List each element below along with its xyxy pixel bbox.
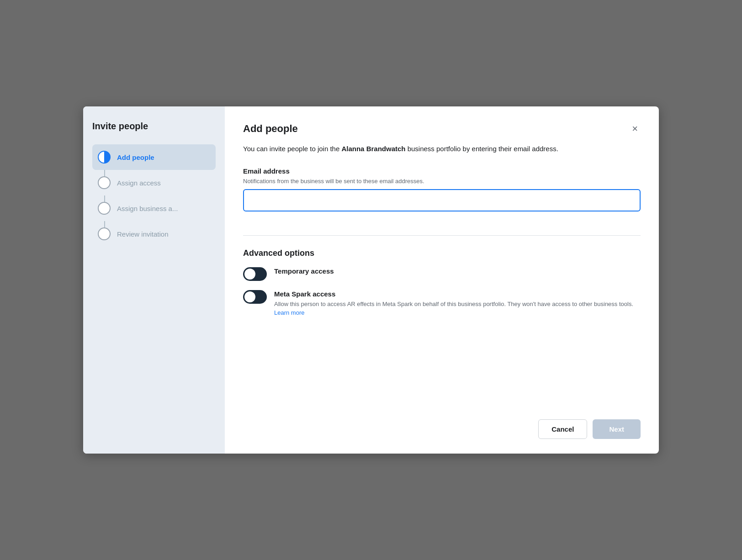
step-icon-assign-access <box>98 176 111 189</box>
content-title: Add people <box>243 123 298 135</box>
email-field-section: Email address Notifications from the bus… <box>243 167 641 211</box>
cancel-button[interactable]: Cancel <box>538 419 587 439</box>
meta-spark-access-thumb <box>244 291 255 302</box>
meta-spark-access-label: Meta Spark access <box>274 290 641 298</box>
modal: Invite people Add people Assign access A… <box>83 106 659 454</box>
sidebar-item-assign-access[interactable]: Assign access <box>92 170 216 195</box>
step-icon-add-people <box>98 151 111 164</box>
sidebar: Invite people Add people Assign access A… <box>83 106 225 454</box>
step-label-assign-access: Assign access <box>117 179 161 187</box>
temporary-access-toggle[interactable] <box>243 267 267 281</box>
next-button[interactable]: Next <box>593 419 641 439</box>
sidebar-item-assign-business[interactable]: Assign business a... <box>92 195 216 221</box>
temporary-access-label: Temporary access <box>274 267 334 275</box>
step-list: Add people Assign access Assign business… <box>92 144 216 247</box>
content-header: Add people × <box>243 123 641 135</box>
sidebar-title: Invite people <box>92 121 216 132</box>
meta-spark-access-desc: Allow this person to access AR effects i… <box>274 300 641 317</box>
sidebar-item-add-people[interactable]: Add people <box>92 144 216 170</box>
advanced-options-title: Advanced options <box>243 248 641 258</box>
content-panel: Add people × You can invite people to jo… <box>225 106 659 454</box>
step-label-assign-business: Assign business a... <box>117 205 178 212</box>
meta-spark-access-toggle[interactable] <box>243 290 267 304</box>
sidebar-item-review-invitation[interactable]: Review invitation <box>92 221 216 247</box>
meta-spark-access-info: Meta Spark access Allow this person to a… <box>274 290 641 317</box>
step-label-review-invitation: Review invitation <box>117 230 169 238</box>
meta-spark-access-track <box>243 290 267 304</box>
temporary-access-info: Temporary access <box>274 267 334 277</box>
divider <box>243 235 641 236</box>
email-field-label: Email address <box>243 167 641 175</box>
description-suffix: business portfolio by entering their ema… <box>405 145 558 153</box>
description: You can invite people to join the Alanna… <box>243 144 641 154</box>
business-name: Alanna Brandwatch <box>341 145 405 153</box>
temporary-access-track <box>243 267 267 281</box>
learn-more-link[interactable]: Learn more <box>274 309 304 316</box>
description-prefix: You can invite people to join the <box>243 145 341 153</box>
email-input[interactable] <box>243 189 641 211</box>
step-label-add-people: Add people <box>117 153 154 161</box>
meta-spark-access-row: Meta Spark access Allow this person to a… <box>243 290 641 317</box>
close-button[interactable]: × <box>629 123 641 135</box>
email-field-sublabel: Notifications from the business will be … <box>243 178 641 185</box>
temporary-access-thumb <box>244 269 255 280</box>
step-icon-assign-business <box>98 202 111 215</box>
temporary-access-row: Temporary access <box>243 267 641 281</box>
footer: Cancel Next <box>243 405 641 439</box>
step-icon-review-invitation <box>98 227 111 240</box>
advanced-options-section: Advanced options Temporary access <box>243 248 641 327</box>
